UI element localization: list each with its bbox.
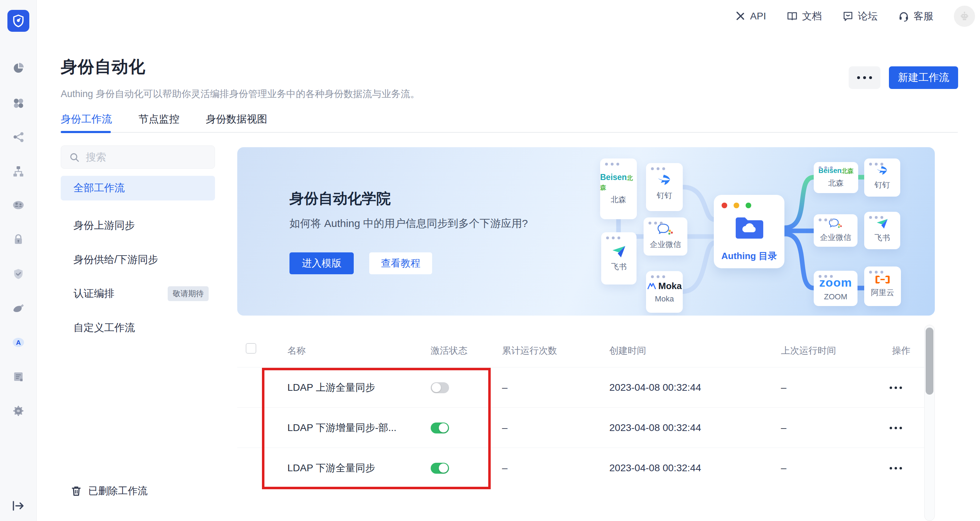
filter-item[interactable]: 身份供给/下游同步 [61,248,215,272]
app-card-dingtalk-right: 钉钉 [864,159,900,197]
table-rows: LDAP 上游全量同步–2023-04-08 00:32:44–LDAP 下游增… [237,367,935,488]
row-actions-button[interactable] [889,448,902,488]
app-card-label: Moka [655,294,674,303]
enter-template-button[interactable]: 进入模版 [290,253,354,274]
toggle-cell [431,408,449,448]
run-count: – [502,367,508,408]
app-card-dingtalk-left: 钉钉 [646,163,683,211]
feishu-icon [611,245,626,259]
workflow-toggle-on[interactable] [431,423,449,434]
app-card-label: 企业微信 [820,232,851,243]
lock-icon[interactable] [12,233,25,246]
nav-api-label: API [750,11,766,22]
toggle-cell [431,367,449,408]
top-nav: API 文档 论坛 客服 [735,6,975,27]
app-card-beisen-right: Beisen北森 北森 [814,162,858,193]
settings-gear-icon[interactable] [12,405,25,417]
filter-item-label: 认证编排 [73,287,115,301]
filter-item[interactable]: 自定义工作流 [61,316,215,340]
audit-log-icon[interactable] [12,370,25,383]
nav-support-label: 客服 [914,10,934,23]
wecom-icon [657,223,674,237]
last-run-time: – [781,367,786,408]
workflow-filter-panel: 全部工作流身份上游同步身份供给/下游同步认证编排敬请期待自定义工作流 [61,145,215,169]
row-actions-button[interactable] [889,367,902,408]
workflow-name[interactable]: LDAP 下游全量同步 [287,448,425,488]
nav-forum[interactable]: 论坛 [842,10,878,23]
created-time: 2023-04-08 00:32:44 [609,448,701,488]
row-actions-button[interactable] [889,408,902,448]
page-subtitle: Authing 身份自动化可以帮助你灵活编排身份管理业务中的各种身份数据流与业务… [61,87,420,100]
nav-support[interactable]: 客服 [898,10,934,23]
nav-api[interactable]: API [735,11,766,22]
sidebar: A [0,0,37,521]
tabs-divider [61,132,958,133]
search-input[interactable] [85,146,208,168]
app-card-label: 钉钉 [657,190,672,201]
table-row: LDAP 上游全量同步–2023-04-08 00:32:44– [237,367,935,407]
app-card-label: 飞书 [875,233,890,243]
nav-docs[interactable]: 文档 [786,10,822,23]
search-box[interactable] [61,145,215,169]
org-tree-icon[interactable] [12,165,25,178]
filter-item-label: 全部工作流 [73,181,125,195]
filter-item-label: 身份供给/下游同步 [73,253,158,267]
shield-check-icon[interactable] [12,268,25,280]
dingtalk-icon [875,165,889,177]
workflow-name[interactable]: LDAP 上游全量同步 [287,367,425,408]
workflow-toggle-off[interactable] [431,382,449,393]
app-card-label: 阿里云 [871,288,894,298]
created-time: 2023-04-08 00:32:44 [609,367,701,408]
brand-brush-icon[interactable] [12,302,25,315]
traffic-dots [722,203,751,208]
active-tab-underline [61,131,111,133]
page-title: 身份自动化 [61,56,145,78]
app-card-aliyun-right: 阿里云 [864,267,901,306]
apps-icon[interactable] [12,97,25,110]
deleted-workflows-link[interactable]: 已删除工作流 [71,484,148,498]
robot-avatar-icon [959,11,970,22]
create-workflow-button[interactable]: 新建工作流 [889,66,958,89]
col-created: 创建时间 [609,345,646,357]
app-card-label: 企业微信 [650,239,681,250]
filter-item[interactable]: 认证编排敬请期待 [61,281,215,306]
filter-item[interactable]: 全部工作流 [61,176,215,200]
trash-icon [71,485,82,497]
app-card-wecom-right: 企业微信 [814,214,858,247]
nav-docs-label: 文档 [802,10,822,23]
filter-item-label: 身份上游同步 [73,219,135,233]
created-time: 2023-04-08 00:32:44 [609,408,701,448]
share-icon[interactable] [12,130,25,143]
collapse-sidebar-icon[interactable] [11,499,25,512]
pie-chart-icon[interactable] [12,62,25,75]
authing-directory-card: Authing 目录 [714,195,784,268]
app-card-label: 北森 [828,178,844,189]
run-count: – [502,448,508,488]
app-card-beisen-left: Beisen北森 北森 [600,159,637,219]
filter-item[interactable]: 身份上游同步 [61,213,215,238]
col-name: 名称 [287,345,306,357]
filter-item-label: 自定义工作流 [73,321,135,335]
academy-banner: 身份自动化学院 如何将 Authing 中的用户信息同步到多个下游应用? 进入模… [237,147,935,316]
nav-forum-label: 论坛 [858,10,878,23]
select-all-checkbox[interactable] [246,343,256,354]
user-avatar-a-icon[interactable]: A [12,336,25,349]
view-tutorial-button[interactable]: 查看教程 [369,253,432,274]
run-count: – [502,408,508,448]
authing-logo-icon[interactable] [7,10,29,32]
search-icon [69,152,80,163]
more-actions-button[interactable] [849,66,880,89]
workflow-name[interactable]: LDAP 下游增量同步-部... [287,408,425,448]
headset-icon [898,11,909,22]
workflow-toggle-on[interactable] [431,463,449,474]
app-card-label: 北森 [611,194,626,205]
table-scrollbar-thumb[interactable] [926,327,934,395]
dingtalk-icon [657,173,672,187]
last-run-time: – [781,408,786,448]
users-icon[interactable] [12,199,25,211]
folder-cloud-icon [734,215,765,240]
user-avatar[interactable] [954,6,975,27]
workflow-table: 名称 激活状态 累计运行次数 创建时间 上次运行时间 操作 LDAP 上游全量同… [237,335,935,488]
col-runs: 累计运行次数 [502,345,557,357]
app-card-feishu-left: 飞书 [601,232,636,284]
